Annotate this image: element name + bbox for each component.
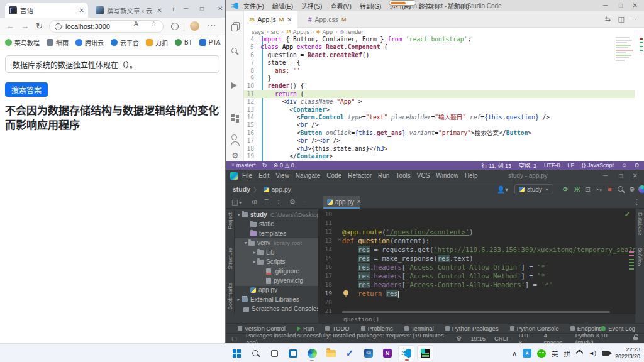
pycharm-menubar-item-2[interactable]: View [275, 172, 289, 179]
bookmark-item[interactable]: BT [175, 39, 192, 46]
read-aloud-icon[interactable]: A” [134, 20, 140, 27]
vscode-editor[interactable]: 4import { Button, Container, Form } from… [244, 36, 635, 161]
code-line[interactable]: 12 <div className="App" > [244, 98, 635, 106]
code-line[interactable]: 17 res.headers['Access-Control-Allow-Met… [318, 272, 635, 280]
account-icon[interactable] [231, 134, 237, 140]
code-line[interactable]: 15 res = make_response(res.text) [318, 254, 635, 263]
code-line[interactable]: 10 [318, 210, 635, 219]
problems-indicator[interactable]: ⊗0△0 [273, 162, 294, 168]
tree-item-static[interactable]: static [235, 219, 318, 229]
task-view-button[interactable] [266, 345, 282, 361]
address-bar[interactable]: i localhost:3000 [49, 20, 164, 33]
code-line-caret[interactable]: 19 return res [318, 289, 635, 298]
code-line[interactable]: 12@app.route('/question/<content>') [318, 228, 635, 236]
code-line[interactable]: 20 [318, 298, 635, 307]
bookmark-item[interactable]: 菜鸟教程 [5, 38, 40, 47]
user-icon[interactable]: 👤▾ [497, 185, 508, 194]
panel-settings-gear-icon[interactable]: ⚙ [289, 198, 296, 206]
sync-icon[interactable]: ↻ [262, 162, 267, 168]
bookmark-item[interactable]: 腾讯云 [75, 38, 104, 47]
minimize-icon[interactable]: ─ [603, 2, 608, 9]
url-text[interactable]: localhost:3000 [65, 23, 110, 30]
pycharm-menubar-item-4[interactable]: Code [326, 172, 341, 179]
code-line[interactable]: 8 ans: '' [244, 67, 635, 75]
stop-button[interactable]: ■ [608, 185, 611, 193]
edge-taskbar-button[interactable] [304, 345, 320, 361]
todo-app-button[interactable]: ✓ [341, 345, 358, 361]
run-tool-button[interactable]: Run [297, 325, 314, 332]
tray-expand-chevron-icon[interactable]: ∧ [512, 349, 517, 357]
search-answer-button[interactable]: 搜索答案 [5, 82, 48, 97]
maximize-icon[interactable]: □ [200, 5, 204, 12]
maximize-icon[interactable]: □ [619, 172, 623, 179]
locate-file-icon[interactable]: ⊕ [252, 198, 257, 206]
readonly-lock-icon[interactable] [633, 337, 638, 340]
run-configuration-selector[interactable]: study ▼ [514, 184, 553, 194]
code-line[interactable]: 14 <Form.Control type="text" placeholder… [244, 114, 635, 121]
code-line[interactable]: 13def question(content): [318, 236, 635, 245]
tab-close-icon[interactable]: ✕ [357, 199, 362, 205]
code-line-highlighted[interactable]: 11 return ( [244, 90, 635, 98]
bookmark-item[interactable]: 力扣 [146, 38, 168, 47]
pycharm-menubar-item-0[interactable]: File [242, 172, 252, 179]
favorite-star-icon[interactable]: ☆ [151, 20, 157, 27]
close-icon[interactable]: ✕ [633, 2, 638, 9]
nav-project[interactable]: study [233, 185, 250, 193]
vscode-menubar-item-0[interactable]: 文件(F) [243, 3, 264, 10]
code-line[interactable]: 17 <br /><br /> [244, 137, 635, 145]
tab-close-icon[interactable]: ✕ [79, 7, 84, 14]
question-input[interactable] [5, 55, 219, 73]
nav-file[interactable]: app.py [272, 185, 292, 193]
intention-lightbulb-icon[interactable] [343, 290, 348, 295]
code-line[interactable]: 13 <Container> [244, 106, 635, 114]
event-log-button[interactable]: Event Log [601, 325, 635, 332]
browser-essentials-icon[interactable] [171, 23, 179, 30]
debug-bug-icon[interactable]: Ж [574, 185, 580, 193]
bookmarks-tool-button[interactable]: Bookmarks [227, 283, 233, 310]
minimize-icon[interactable]: ─ [603, 172, 608, 179]
new-tab-button[interactable]: + [171, 4, 176, 14]
sciview-tool-button[interactable]: SciView [637, 248, 643, 266]
tree-item-apppy[interactable]: app.py [235, 285, 318, 295]
todo-tool-button[interactable]: TODO [325, 325, 349, 332]
minimize-icon[interactable]: ─ [184, 5, 188, 12]
pycharm-menubar-item-5[interactable]: Refactor [348, 172, 372, 179]
vscode-taskbar-button[interactable] [398, 345, 414, 361]
refresh-icon[interactable]: ↻ [36, 21, 43, 31]
pycharm-menubar-item-7[interactable]: Tools [396, 172, 410, 179]
language-mode[interactable]: {}JavaScript [582, 162, 614, 168]
bookmark-item[interactable]: 云平台 [111, 38, 139, 47]
pycharm-menubar-item-3[interactable]: Navigate [296, 172, 320, 179]
code-line[interactable]: 10 render() { [244, 82, 635, 90]
vscode-menubar-item-4[interactable]: 转到(G) [360, 3, 381, 10]
pycharm-menubar-item-10[interactable]: Help [465, 172, 478, 179]
start-button[interactable] [228, 345, 245, 361]
code-line[interactable]: 18 res.headers['Access-Control-Allow-Hea… [318, 280, 635, 289]
tab-close-icon[interactable]: ✕ [157, 7, 162, 14]
wechat-tray-icon[interactable] [537, 349, 546, 358]
code-line[interactable]: 19 </Container> [244, 153, 635, 160]
code-line[interactable]: 7 state = { [244, 59, 635, 67]
problems-tool-button[interactable]: Problems [361, 325, 393, 332]
more-menu-icon[interactable]: ··· [208, 21, 216, 29]
editor-tab-appcss[interactable]: # App.css M [303, 11, 351, 28]
vscode-menubar-item-2[interactable]: 选择(S) [301, 3, 322, 10]
file-explorer-button[interactable] [323, 345, 339, 361]
code-line[interactable]: 5class App extends React.Component { [244, 43, 635, 51]
search-everywhere-icon[interactable] [618, 185, 623, 193]
bookmark-item[interactable]: 细雨 [47, 38, 69, 47]
pycharm-menubar-item-1[interactable]: Edit [258, 172, 269, 179]
hide-panel-icon[interactable]: ─ [302, 198, 307, 206]
project-view-selector-icon[interactable]: ◫▼ [231, 198, 242, 206]
toggle-changes-icon[interactable]: ⇆ [604, 15, 610, 23]
git-branch-indicator[interactable]: ⑂master* [231, 162, 256, 168]
tree-item-venv[interactable]: ▾venvlibrary root [235, 238, 318, 248]
gears-icon[interactable]: ⚙ [457, 335, 462, 342]
mail-app-button[interactable]: ✉ [360, 345, 377, 361]
editor-options-icon[interactable]: ⋮ [633, 198, 640, 206]
tree-item-scratches[interactable]: Scratches and Consoles [235, 304, 318, 314]
minimap[interactable] [616, 36, 635, 80]
pycharm-menubar-item-8[interactable]: VCS [417, 172, 430, 179]
cursor-position[interactable]: 行 11, 列 13 [482, 162, 511, 170]
code-line[interactable]: 18 <h3>{this.state.ans}</h3> [244, 145, 635, 153]
